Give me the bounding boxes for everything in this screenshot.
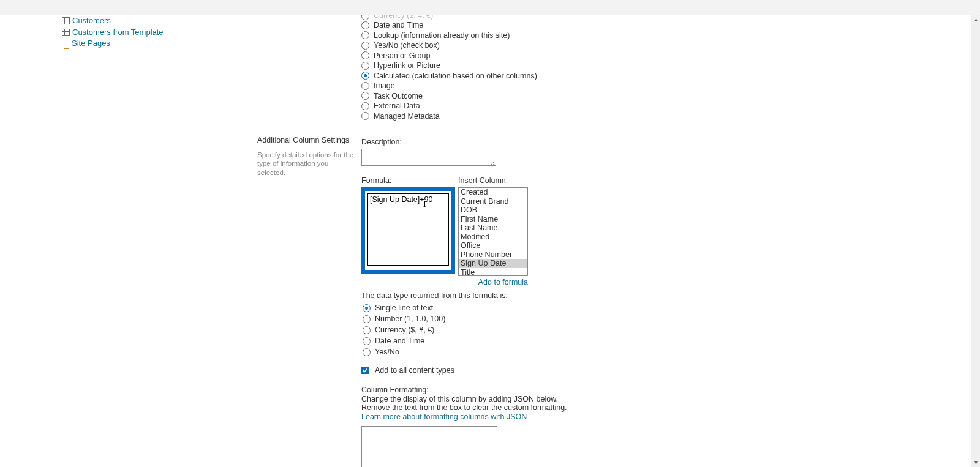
radio-hyperlink-or-picture[interactable]: Hyperlink or Picture bbox=[361, 61, 537, 71]
radio-image[interactable]: Image bbox=[361, 81, 537, 91]
radio-label: Number (1, 1.0, 100) bbox=[375, 314, 445, 324]
nav-item-customers-from-template[interactable]: Customers from Template bbox=[62, 27, 233, 39]
radio-icon bbox=[361, 21, 369, 29]
formula-label: Formula: bbox=[361, 176, 455, 185]
checkbox-icon bbox=[361, 367, 369, 374]
list-icon bbox=[62, 29, 70, 36]
option-label: Created bbox=[461, 188, 488, 196]
radio-task-outcome[interactable]: Task Outcome bbox=[361, 91, 537, 102]
option-label: Office bbox=[461, 241, 480, 250]
option-label: Sign Up Date bbox=[461, 259, 506, 267]
option-label: Phone Number bbox=[461, 250, 512, 259]
radio-icon bbox=[361, 112, 369, 120]
radio-yes-no[interactable]: Yes/No (check box) bbox=[361, 40, 537, 51]
option-label: Current Brand bbox=[461, 197, 509, 206]
column-type-radios: Currency ($, ¥, €) Date and Time Lookup … bbox=[361, 15, 537, 121]
return-type-section: The data type returned from this formula… bbox=[361, 291, 567, 357]
return-type-yes-no[interactable]: Yes/No bbox=[363, 346, 567, 357]
settings-heading: Additional Column Settings bbox=[257, 136, 355, 144]
nav-item-label: Customers bbox=[72, 15, 111, 27]
radio-icon bbox=[361, 51, 369, 59]
radio-icon bbox=[363, 337, 371, 345]
column-formatting-heading: Column Formatting: bbox=[361, 386, 567, 394]
radio-icon bbox=[363, 315, 371, 323]
insert-column-option-office[interactable]: Office bbox=[459, 241, 527, 250]
radio-icon bbox=[361, 42, 369, 50]
radio-label: Task Outcome bbox=[374, 91, 423, 102]
column-formatting-json-input[interactable] bbox=[361, 426, 497, 467]
left-nav: Customers Customers from Template Site P… bbox=[62, 15, 233, 50]
nav-item-site-pages[interactable]: Site Pages bbox=[62, 38, 233, 50]
return-type-single-line[interactable]: Single line of text bbox=[363, 302, 567, 313]
site-pages-icon bbox=[62, 40, 69, 47]
radio-icon bbox=[361, 82, 369, 90]
settings-controls: Description: Formula: I Insert Column: C… bbox=[361, 138, 567, 467]
radio-icon bbox=[361, 15, 369, 20]
radio-icon bbox=[363, 304, 371, 312]
column-formatting-learn-more-link[interactable]: Learn more about formatting columns with… bbox=[361, 413, 527, 421]
radio-person-or-group[interactable]: Person or Group bbox=[361, 51, 537, 61]
insert-column-option-title[interactable]: Title bbox=[459, 268, 527, 277]
nav-item-customers[interactable]: Customers bbox=[62, 15, 233, 27]
settings-subtext: Specify detailed options for the type of… bbox=[257, 151, 355, 177]
option-label: Last Name bbox=[461, 223, 497, 232]
option-label: Modified bbox=[461, 233, 489, 241]
radio-label: Calculated (calculation based on other c… bbox=[374, 71, 537, 81]
radio-icon bbox=[363, 326, 371, 334]
return-type-currency[interactable]: Currency ($, ¥, €) bbox=[363, 324, 567, 335]
add-to-formula-link[interactable]: Add to formula bbox=[478, 278, 528, 286]
radio-label: Single line of text bbox=[375, 303, 433, 313]
description-input[interactable] bbox=[361, 149, 496, 166]
insert-column-option-last-name[interactable]: Last Name bbox=[459, 223, 527, 233]
insert-column-option-phone-number[interactable]: Phone Number bbox=[459, 250, 527, 260]
list-icon bbox=[62, 17, 70, 24]
radio-icon bbox=[361, 102, 369, 110]
insert-column-option-dob[interactable]: DOB bbox=[459, 206, 527, 215]
add-to-all-content-types[interactable]: Add to all content types bbox=[361, 366, 567, 375]
radio-label: Date and Time bbox=[375, 336, 424, 346]
insert-column-option-modified[interactable]: Modified bbox=[459, 233, 527, 242]
radio-lookup[interactable]: Lookup (information already on this site… bbox=[361, 31, 537, 41]
page-scrollbar[interactable]: ▴ ▾ bbox=[971, 15, 980, 467]
radio-label: Person or Group bbox=[374, 51, 430, 61]
column-formatting-text-2: Remove the text from the box to clear th… bbox=[361, 403, 567, 412]
radio-managed-metadata[interactable]: Managed Metadata bbox=[361, 111, 537, 122]
radio-label: Managed Metadata bbox=[374, 111, 440, 122]
radio-label: Yes/No bbox=[375, 347, 399, 357]
insert-column-option-sign-up-date[interactable]: Sign Up Date bbox=[459, 259, 527, 268]
column-formatting-text-1: Change the display of this column by add… bbox=[361, 395, 567, 403]
additional-column-settings: Additional Column Settings Specify detai… bbox=[257, 136, 355, 177]
radio-label: Date and Time bbox=[374, 20, 423, 31]
insert-column-option-first-name[interactable]: First Name bbox=[459, 215, 527, 224]
radio-external-data[interactable]: External Data bbox=[361, 101, 537, 111]
radio-label: Yes/No (check box) bbox=[374, 40, 440, 51]
return-type-prompt: The data type returned from this formula… bbox=[361, 291, 567, 300]
nav-item-label: Site Pages bbox=[72, 38, 110, 50]
radio-currency[interactable]: Currency ($, ¥, €) bbox=[361, 15, 537, 20]
option-label: Title bbox=[461, 268, 475, 277]
radio-calculated[interactable]: Calculated (calculation based on other c… bbox=[361, 71, 537, 81]
radio-label: Image bbox=[374, 81, 395, 91]
insert-column-option-current-brand[interactable]: Current Brand bbox=[459, 197, 527, 206]
radio-label: Lookup (information already on this site… bbox=[374, 31, 510, 41]
description-label: Description: bbox=[361, 138, 567, 146]
scroll-up-icon[interactable]: ▴ bbox=[971, 15, 980, 24]
checkbox-label: Add to all content types bbox=[375, 366, 454, 375]
return-type-date-time[interactable]: Date and Time bbox=[363, 335, 567, 346]
radio-icon bbox=[361, 31, 369, 39]
radio-icon bbox=[361, 72, 369, 80]
nav-item-label: Customers from Template bbox=[72, 27, 164, 39]
return-type-number[interactable]: Number (1, 1.0, 100) bbox=[363, 313, 567, 324]
scroll-down-icon[interactable]: ▾ bbox=[971, 458, 980, 467]
option-label: First Name bbox=[461, 215, 498, 223]
top-bar bbox=[0, 0, 980, 15]
option-label: DOB bbox=[461, 206, 477, 214]
formula-highlight: I bbox=[361, 187, 455, 274]
insert-column-option-created[interactable]: Created bbox=[459, 188, 527, 197]
radio-icon bbox=[361, 92, 369, 100]
insert-column-list[interactable]: Created Current Brand DOB First Name Las… bbox=[458, 187, 528, 276]
radio-label: Currency ($, ¥, €) bbox=[374, 15, 433, 20]
radio-date-and-time[interactable]: Date and Time bbox=[361, 20, 537, 31]
radio-icon bbox=[361, 62, 369, 70]
formula-input[interactable] bbox=[368, 193, 449, 266]
